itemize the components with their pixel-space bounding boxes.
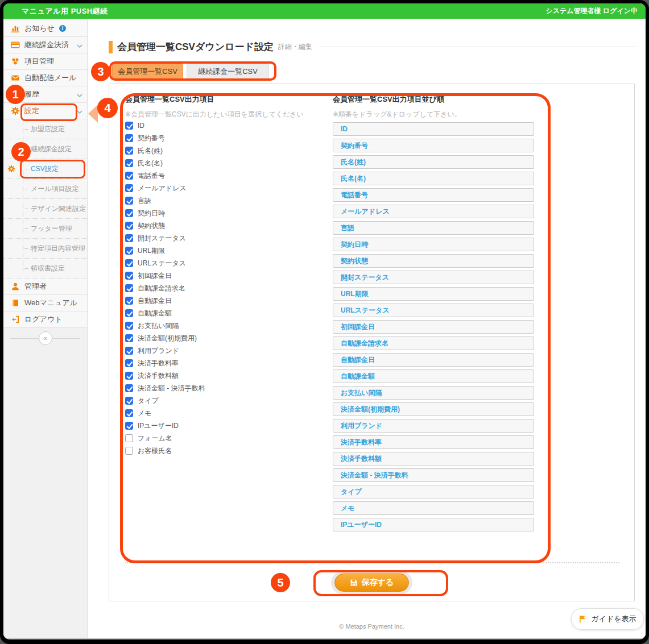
annotation-step-3: 3 — [91, 62, 110, 81]
sidebar-menu: お知らせ i 継続課金決済 項目管理 — [3, 19, 87, 347]
mail-icon — [11, 73, 20, 82]
chevron-down-icon — [77, 41, 82, 49]
settings-submenu-item[interactable]: 特定項目内容管理 — [3, 239, 87, 259]
submenu-item-label: フッター管理 — [31, 224, 72, 234]
login-status: システム管理者様 ログイン中 — [545, 6, 638, 16]
submenu-item-label: 継続課金設定 — [31, 144, 72, 154]
sidebar-collapse-row: « — [3, 329, 87, 347]
sidebar-item-label: 項目管理 — [24, 56, 54, 67]
show-guide-label: ガイドを表示 — [591, 614, 636, 624]
settings-submenu-item[interactable]: フッター管理 — [3, 219, 87, 239]
gear-icon — [7, 165, 15, 173]
book-icon — [11, 298, 20, 308]
items-group-icon — [11, 57, 20, 66]
sidebar-item-label: ログアウト — [24, 314, 63, 325]
annotation-pointer-triangle — [88, 105, 98, 123]
user-icon — [11, 282, 20, 291]
info-icon: i — [59, 25, 66, 32]
annotation-box-csv-settings — [20, 160, 85, 178]
sidebar-item-label: お知らせ — [24, 23, 55, 34]
sidebar-item-label: Webマニュアル — [24, 298, 77, 308]
sidebar-item-label: 自動配信メール — [24, 73, 77, 83]
sidebar-item-auto-mail[interactable]: 自動配信メール — [3, 70, 87, 86]
copyright: © Metaps Payment Inc. — [109, 623, 635, 630]
annotation-step-5: 5 — [271, 573, 290, 592]
submenu-item-label: メール項目設定 — [31, 184, 79, 194]
app-title: マニュアル用 PUSH継続 — [22, 6, 108, 16]
logout-icon — [11, 315, 20, 324]
submenu-item-label: デザイン関連設定 — [31, 204, 86, 214]
title-rule — [320, 47, 636, 47]
annotation-box-tabs — [109, 61, 276, 81]
sidebar-item-item-management[interactable]: 項目管理 — [3, 53, 87, 70]
settings-submenu-item[interactable]: 領収書設定 — [3, 259, 87, 279]
sidebar-item-admin[interactable]: 管理者 — [3, 279, 87, 295]
chevron-down-icon — [77, 90, 82, 99]
flag-icon — [578, 614, 587, 624]
sidebar-item-label: 継続課金決済 — [24, 40, 69, 50]
screenshot-frame: マニュアル用 PUSH継続 システム管理者様 ログイン中 お知らせ i 継続課金… — [0, 0, 649, 644]
sidebar-collapse-button[interactable]: « — [39, 331, 52, 345]
annotation-step-1: 1 — [6, 85, 25, 104]
settings-submenu-item[interactable]: 加盟店設定 — [3, 119, 87, 139]
chevron-down-icon — [77, 107, 82, 115]
sidebar-item-news[interactable]: お知らせ i — [3, 20, 87, 37]
submenu-item-label: 加盟店設定 — [31, 124, 65, 134]
title-accent-bar — [109, 41, 113, 53]
bar-chart-icon — [11, 24, 20, 33]
gear-icon — [11, 106, 20, 115]
annotation-box-settings — [20, 103, 77, 121]
settings-submenu-item[interactable]: メール項目設定 — [3, 179, 87, 199]
submenu-item-label: 特定項目内容管理 — [31, 244, 85, 254]
annotation-box-content — [120, 93, 551, 563]
show-guide-button[interactable]: ガイドを表示 — [571, 608, 644, 630]
sidebar-item-label: 管理者 — [24, 281, 47, 292]
page-title-row: 会員管理一覧CSVダウンロード設定 詳細・編集 — [109, 40, 636, 53]
sidebar-item-web-manual[interactable]: Webマニュアル — [3, 295, 87, 311]
annotation-box-save — [313, 570, 448, 596]
settings-submenu-item[interactable]: デザイン関連設定 — [3, 199, 87, 219]
submenu-item-label: 領収書設定 — [31, 264, 65, 273]
sidebar-item-label: 履歴 — [24, 89, 39, 99]
sidebar-item-recurring-billing[interactable]: 継続課金決済 — [3, 37, 87, 53]
top-bar: マニュアル用 PUSH継続 システム管理者様 ログイン中 — [3, 3, 646, 19]
annotation-step-2: 2 — [11, 142, 31, 161]
page-subtitle: 詳細・編集 — [278, 42, 312, 52]
annotation-step-4: 4 — [97, 98, 118, 118]
sidebar-item-logout[interactable]: ログアウト — [3, 311, 87, 328]
page-title: 会員管理一覧CSVダウンロード設定 — [117, 40, 274, 53]
credit-card-icon — [11, 40, 20, 49]
